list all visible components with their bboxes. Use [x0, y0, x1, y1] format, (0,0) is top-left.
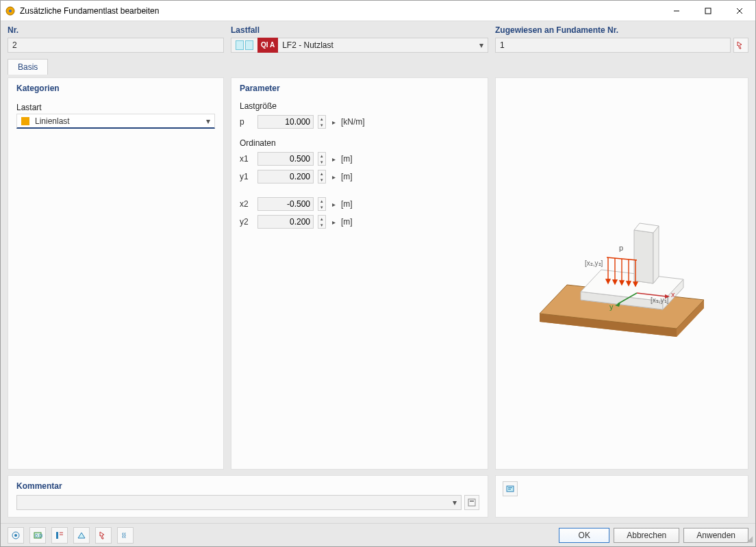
arrow-right-icon[interactable]: ▸ [330, 155, 337, 163]
y2-unit: [m] [341, 217, 353, 227]
panel-kategorien: Kategorien Lastart Linienlast ▾ [8, 77, 224, 470]
svg-point-39 [14, 534, 17, 537]
x2-unit: [m] [341, 199, 353, 209]
lastgroesse-label: Lastgröße [240, 101, 479, 111]
header-groups: Nr. 2 Lastfall QI A LF2 - Nutzlast ▾ Zug… [1, 21, 755, 58]
panel-parameter: Parameter Lastgröße p ▴▾ ▸ [kN/m] Ordina… [231, 77, 488, 470]
svg-marker-45 [78, 533, 85, 538]
panel-kommentar: Kommentar ▾ [8, 475, 488, 518]
svg-text:0,00: 0,00 [35, 533, 42, 538]
lastfall-label: Lastfall [231, 25, 488, 35]
kategorien-title: Kategorien [8, 78, 223, 96]
y2-input[interactable] [257, 215, 314, 229]
maximize-button[interactable] [692, 1, 724, 21]
lastart-color-icon [21, 117, 29, 125]
y1-unit: [m] [341, 172, 353, 181]
kommentar-title: Kommentar [8, 476, 488, 494]
x2-input[interactable] [257, 197, 314, 211]
svg-rect-34 [470, 500, 474, 502]
app-icon [5, 5, 16, 16]
arrow-right-icon[interactable]: ▸ [330, 218, 337, 226]
ok-button[interactable]: OK [559, 528, 609, 543]
lastart-value: Linienlast [35, 116, 70, 126]
arrow-right-icon[interactable]: ▸ [330, 118, 337, 126]
x1-spinner[interactable]: ▴▾ [318, 152, 326, 166]
svg-rect-42 [56, 532, 58, 539]
p-label: p [240, 117, 253, 127]
case-color-icon [236, 40, 253, 50]
nr-field[interactable]: 2 [8, 38, 224, 53]
zugewiesen-value: 1 [500, 38, 505, 52]
preview-pt2-label: [x₂,y₂] [585, 259, 603, 267]
y2-spinner[interactable]: ▴▾ [318, 215, 326, 229]
lastart-select[interactable]: Linienlast ▾ [16, 114, 215, 129]
x1-label: x1 [240, 154, 253, 164]
p-input[interactable] [257, 115, 314, 129]
view-button[interactable] [73, 527, 90, 544]
lastfall-select[interactable]: QI A LF2 - Nutzlast ▾ [231, 38, 488, 53]
y1-spinner[interactable]: ▴▾ [318, 170, 326, 183]
print-preview-button[interactable] [503, 481, 518, 496]
ordinaten-label: Ordinaten [240, 138, 479, 148]
x1-unit: [m] [341, 154, 353, 164]
svg-point-1 [9, 10, 12, 12]
preview-diagram: p [x₂,y₂] [x₁,y₁] x y [496, 78, 748, 469]
nr-label: Nr. [8, 25, 224, 35]
select-button[interactable] [95, 527, 112, 544]
p-unit: [kN/m] [341, 117, 365, 127]
resize-grip[interactable]: ◢ [746, 534, 753, 544]
preview-p-label: p [619, 244, 623, 252]
svg-rect-37 [508, 489, 511, 489]
filter-button[interactable] [51, 527, 68, 544]
lastart-label: Lastart [16, 103, 215, 112]
footer: 0,00 OK Abbrechen Anwenden [1, 523, 755, 546]
x2-label: x2 [240, 199, 253, 209]
y1-label: y1 [240, 172, 253, 181]
pick-in-model-button[interactable] [733, 38, 748, 53]
svg-marker-15 [634, 230, 653, 283]
preview-pt1-label: [x₁,y₁] [651, 296, 669, 304]
close-button[interactable] [724, 1, 755, 21]
kommentar-field[interactable]: ▾ [16, 495, 462, 510]
svg-rect-33 [468, 499, 475, 506]
lastfall-value: LF2 - Nutzlast [282, 38, 333, 52]
y2-label: y2 [240, 217, 253, 227]
svg-rect-3 [705, 8, 711, 14]
zugewiesen-field[interactable]: 1 [495, 38, 731, 53]
minimize-button[interactable] [661, 1, 692, 21]
x2-spinner[interactable]: ▴▾ [318, 197, 326, 211]
titlebar: Zusätzliche Fundamentlast bearbeiten [1, 1, 755, 21]
chevron-down-icon: ▾ [206, 116, 210, 126]
arrow-right-icon[interactable]: ▸ [330, 201, 337, 208]
chevron-down-icon: ▾ [479, 38, 483, 52]
nr-value: 2 [12, 38, 17, 52]
window-title: Zusätzliche Fundamentlast bearbeiten [20, 6, 661, 16]
help-button[interactable] [8, 527, 24, 544]
panel-spacer [495, 475, 748, 518]
panel-preview: p [x₂,y₂] [x₁,y₁] x y [495, 77, 748, 470]
apply-button[interactable]: Anwenden [683, 528, 748, 543]
cancel-button[interactable]: Abbrechen [614, 528, 679, 543]
preview-y-axis: y [609, 303, 614, 311]
script-button[interactable] [117, 527, 134, 544]
zugewiesen-label: Zugewiesen an Fundamente Nr. [495, 25, 748, 35]
tab-bar: Basis [1, 58, 755, 75]
p-spinner[interactable]: ▴▾ [318, 115, 326, 129]
units-button[interactable]: 0,00 [29, 527, 46, 544]
parameter-title: Parameter [231, 78, 488, 96]
kommentar-library-button[interactable] [464, 495, 479, 510]
arrow-right-icon[interactable]: ▸ [330, 173, 337, 181]
preview-x-axis: x [671, 290, 675, 298]
x1-input[interactable] [257, 152, 314, 166]
y1-input[interactable] [257, 170, 314, 183]
svg-rect-36 [508, 487, 512, 488]
chevron-down-icon: ▾ [453, 496, 457, 509]
lastfall-tag: QI A [257, 38, 278, 53]
tab-basis[interactable]: Basis [8, 59, 48, 75]
svg-marker-16 [653, 226, 659, 283]
